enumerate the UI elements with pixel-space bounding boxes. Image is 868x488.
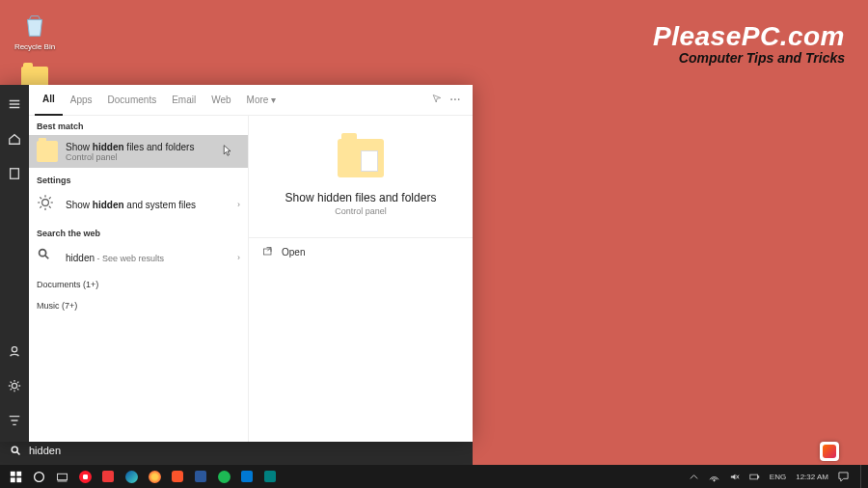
search-rail (0, 85, 29, 442)
svg-point-11 (34, 472, 43, 481)
taskbar-app-generic-teal[interactable] (258, 465, 282, 488)
search-tabs: All Apps Documents Email Web More▾ ··· (29, 85, 473, 116)
taskbar-app-firefox[interactable] (143, 465, 166, 488)
svg-point-1 (12, 347, 16, 352)
result-web-item[interactable]: hidden - See web results › (29, 241, 248, 274)
tab-more[interactable]: More▾ (239, 85, 285, 116)
svg-point-6 (12, 447, 17, 452)
result-best-match[interactable]: Show hidden files and folders Control pa… (29, 135, 248, 168)
gear-icon[interactable] (0, 374, 29, 397)
task-view-button[interactable] (50, 465, 73, 488)
taskbar-app-spotify[interactable] (212, 465, 235, 488)
svg-point-3 (42, 200, 49, 206)
result-title: hidden - See web results (66, 253, 230, 263)
tray-language[interactable]: ENG (768, 465, 788, 488)
svg-point-14 (714, 479, 715, 480)
svg-point-2 (12, 383, 16, 388)
open-icon (262, 246, 274, 258)
section-settings: Settings (29, 168, 248, 188)
preview-subtitle: Control panel (335, 206, 387, 216)
svg-rect-5 (264, 249, 272, 255)
recycle-bin-icon (19, 10, 50, 41)
result-documents-count[interactable]: Documents (1+) (29, 274, 248, 295)
mouse-cursor-icon (223, 145, 232, 158)
chevron-down-icon: ▾ (271, 95, 276, 105)
floating-notification-icon[interactable] (820, 442, 839, 461)
section-search-web: Search the web (29, 221, 248, 241)
tray-network-icon[interactable] (707, 465, 721, 488)
hamburger-icon[interactable] (0, 93, 29, 116)
gear-icon (37, 194, 58, 215)
cortana-button[interactable] (27, 465, 50, 488)
svg-rect-8 (16, 471, 21, 475)
search-icon (37, 247, 58, 268)
document-rail-icon[interactable] (0, 162, 29, 185)
watermark-title: PleasePC.com (653, 21, 845, 52)
more-options-icon[interactable]: ··· (450, 95, 461, 105)
chevron-right-icon: › (237, 253, 240, 262)
tab-web[interactable]: Web (203, 85, 238, 116)
folder-options-icon (37, 141, 58, 162)
taskbar-app-word[interactable] (189, 465, 212, 488)
search-results-list: Best match Show hidden files and folders… (29, 116, 249, 442)
folder-options-icon (338, 139, 384, 177)
account-icon[interactable] (0, 339, 29, 363)
svg-rect-12 (57, 474, 67, 480)
feedback-icon[interactable] (431, 94, 443, 107)
taskbar-app-vivaldi[interactable] (96, 465, 120, 488)
svg-rect-10 (16, 477, 21, 482)
start-search-panel: All Apps Documents Email Web More▾ ··· B… (0, 436, 473, 465)
start-button[interactable] (4, 465, 27, 488)
chevron-right-icon: › (237, 200, 240, 209)
watermark: PleasePC.com Computer Tips and Tricks (653, 21, 845, 66)
taskbar-app-edge[interactable] (120, 465, 143, 488)
desktop-icon-recycle-bin[interactable]: Recycle Bin (12, 10, 58, 51)
tab-all[interactable]: All (35, 85, 63, 116)
svg-rect-7 (10, 471, 14, 475)
tray-clock[interactable]: 12:32 AM (794, 465, 830, 488)
search-preview-pane: Show hidden files and folders Control pa… (249, 116, 473, 442)
tab-documents[interactable]: Documents (100, 85, 165, 116)
taskbar: ENG 12:32 AM (0, 465, 868, 488)
taskbar-app-opera[interactable] (73, 465, 96, 488)
svg-point-4 (40, 250, 46, 257)
filter-icon[interactable] (0, 409, 29, 432)
watermark-subtitle: Computer Tips and Tricks (653, 50, 845, 66)
preview-title: Show hidden files and folders (285, 191, 437, 204)
taskbar-app-brave[interactable] (166, 465, 189, 488)
result-title: Show hidden and system files (66, 200, 230, 210)
svg-rect-0 (11, 169, 19, 179)
svg-rect-18 (757, 475, 758, 477)
search-icon (10, 445, 21, 456)
tab-apps[interactable]: Apps (63, 85, 100, 116)
result-title: Show hidden files and folders (66, 142, 240, 152)
tray-battery-icon[interactable] (747, 465, 762, 488)
result-settings-item[interactable]: Show hidden and system files › (29, 188, 248, 221)
tray-action-center-icon[interactable] (836, 465, 851, 488)
result-subtitle: Control panel (66, 152, 240, 162)
preview-action-open[interactable]: Open (249, 238, 473, 265)
desktop-icon-label: Recycle Bin (12, 42, 58, 51)
svg-rect-9 (10, 477, 14, 482)
show-desktop-button[interactable] (860, 465, 864, 488)
tray-overflow-icon[interactable] (687, 465, 701, 488)
section-best-match: Best match (29, 116, 248, 135)
taskbar-app-generic-blue[interactable] (235, 465, 258, 488)
search-input[interactable] (29, 445, 463, 456)
tray-volume-icon[interactable] (727, 465, 742, 488)
tab-email[interactable]: Email (164, 85, 203, 116)
result-music-count[interactable]: Music (7+) (29, 295, 248, 316)
svg-rect-17 (750, 474, 758, 479)
home-icon[interactable] (0, 127, 29, 150)
